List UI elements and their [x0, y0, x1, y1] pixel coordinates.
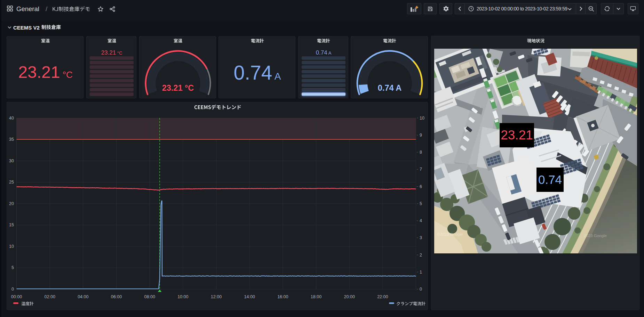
svg-text:25: 25 — [9, 180, 14, 185]
svg-text:0: 0 — [11, 287, 14, 292]
svg-text:8: 8 — [420, 150, 422, 155]
svg-text:06:00: 06:00 — [111, 294, 122, 299]
svg-text:9: 9 — [420, 133, 422, 138]
svg-text:18:00: 18:00 — [311, 294, 321, 299]
svg-text:35: 35 — [9, 137, 14, 142]
svg-text:20: 20 — [9, 201, 14, 206]
svg-text:04:00: 04:00 — [78, 294, 88, 299]
svg-text:20:00: 20:00 — [344, 294, 355, 299]
svg-text:4: 4 — [420, 218, 422, 223]
svg-text:5: 5 — [420, 201, 422, 206]
svg-text:10: 10 — [420, 116, 424, 121]
svg-text:3: 3 — [420, 235, 422, 240]
svg-text:2: 2 — [420, 253, 422, 258]
svg-text:40: 40 — [9, 116, 14, 121]
svg-text:30: 30 — [9, 158, 14, 163]
svg-text:1: 1 — [420, 270, 422, 275]
svg-text:14:00: 14:00 — [244, 294, 255, 299]
svg-text:0: 0 — [420, 287, 422, 292]
svg-text:6: 6 — [420, 184, 422, 189]
svg-text:22:00: 22:00 — [377, 294, 388, 299]
svg-text:16:00: 16:00 — [277, 294, 288, 299]
svg-text:7: 7 — [420, 167, 422, 172]
svg-text:10: 10 — [9, 244, 14, 249]
svg-text:10:00: 10:00 — [177, 294, 188, 299]
svg-text:02:00: 02:00 — [45, 294, 55, 299]
svg-text:23.21 °C: 23.21 °C — [162, 83, 194, 92]
svg-text:08:00: 08:00 — [144, 294, 155, 299]
svg-text:15: 15 — [9, 222, 14, 227]
svg-text:5: 5 — [11, 265, 14, 270]
svg-text:00:00: 00:00 — [11, 294, 22, 299]
svg-text:0.74 A: 0.74 A — [378, 83, 401, 92]
svg-text:12:00: 12:00 — [211, 294, 222, 299]
